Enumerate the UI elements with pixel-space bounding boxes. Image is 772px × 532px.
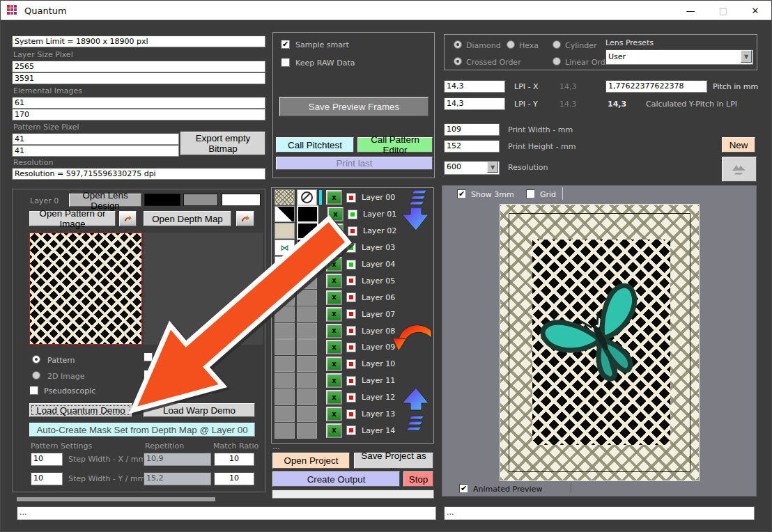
layer-x-button[interactable]: x [326,390,342,405]
hidden-option2-checkbox[interactable] [144,370,153,379]
layer-mask-thumbnail[interactable] [297,339,317,355]
grid-checkbox[interactable] [526,189,535,198]
move-layer-up-icon[interactable] [399,386,433,435]
load-quantum-demo-button[interactable]: Load Quantum Demo [29,403,132,417]
layer-thumbnail[interactable] [275,323,295,339]
layer-mask-thumbnail[interactable] [297,273,317,289]
2d-image-radio[interactable] [32,371,40,380]
layer-state-checkbox[interactable] [346,326,356,336]
status-field-left[interactable]: ... [17,506,436,520]
pattern-preview[interactable] [29,233,142,345]
color-swatch-gray[interactable] [183,194,218,206]
step-width-x-field[interactable]: 10 [31,453,63,466]
pseudoscopic-checkbox[interactable] [29,386,38,395]
animated-preview-checkbox[interactable] [459,484,468,493]
new-button[interactable]: New [722,137,755,152]
layer-x-button[interactable]: x [327,224,343,238]
lens-preset-dropdown[interactable]: User [605,49,753,65]
layer-state-checkbox[interactable] [346,243,356,253]
pattern-height-field[interactable]: 41 [12,145,179,157]
stop-button[interactable]: Stop [403,471,433,487]
maximize-button[interactable]: □ [713,3,734,18]
layer-x-button[interactable]: x [326,357,342,371]
layer-thumbnail[interactable] [275,273,295,289]
layer-mask-thumbnail[interactable] [297,423,317,439]
elemental-x-field[interactable]: 61 [12,97,265,109]
layer-thumbnail[interactable] [275,373,295,389]
layer-state-checkbox[interactable] [346,359,356,369]
layer-mask-thumbnail[interactable] [297,222,318,240]
match-ratio-x-field[interactable]: 10 [214,453,254,466]
layer-thumbnail[interactable] [275,256,295,272]
open-pattern-button[interactable]: Open Pattern or Image [29,211,116,226]
layer-x-button[interactable]: x [326,240,342,255]
layer-mask-thumbnail[interactable] [297,189,317,205]
layer-state-checkbox[interactable] [346,343,356,352]
layer-mask-thumbnail[interactable] [297,406,317,422]
layer-x-button[interactable]: x [326,340,342,354]
depth-hot-arrow-icon[interactable] [236,211,254,226]
pattern-radio[interactable] [32,355,40,363]
layer-x-button[interactable]: x [327,207,343,221]
layer-state-checkbox[interactable] [346,260,356,269]
auto-create-mask-button[interactable]: Auto-Create Mask Set from Depth Map @ La… [29,423,255,437]
open-lens-design-button[interactable]: Open Lens Design [69,194,141,207]
layer-state-checkbox[interactable] [346,309,356,319]
linear-order-radio[interactable] [553,57,561,65]
print-width-field[interactable]: 109 [444,123,500,136]
layer-mask-thumbnail[interactable] [297,290,317,306]
status-field-right[interactable]: ... [444,506,755,520]
layer-x-button[interactable]: x [326,324,342,338]
move-layer-down-icon[interactable] [399,189,433,233]
match-ratio-y-field[interactable]: 10 [214,472,254,485]
minimize-button[interactable]: — [680,3,701,18]
dropdown-arrow-icon[interactable]: ▼ [741,50,752,63]
layer-x-button[interactable]: x [326,257,342,272]
layer-thumbnail[interactable] [275,423,295,439]
layer-x-button[interactable]: x [326,190,342,205]
layer-mask-thumbnail[interactable] [297,389,317,405]
layer-state-checkbox[interactable] [346,193,356,203]
layer-thumbnail[interactable] [275,356,295,372]
elemental-y-field[interactable]: 170 [12,109,265,120]
open-project-button[interactable]: Open Project [272,453,350,469]
hexa-radio[interactable] [507,40,515,49]
layer-height-field[interactable]: 3591 [12,72,265,84]
export-image-button[interactable] [722,157,757,182]
diamond-radio[interactable] [454,40,462,49]
layer-thumbnail[interactable] [275,223,295,239]
layer-state-checkbox[interactable] [346,376,356,386]
export-empty-bitmap-button[interactable]: Export empty Bitmap [180,132,265,155]
lpi-y-field[interactable]: 14,3 [444,97,505,110]
layer-width-field[interactable]: 2565 [12,61,265,72]
print-last-button[interactable]: Print last [276,157,433,170]
close-button[interactable]: ✕ [745,3,766,18]
layer-mask-thumbnail[interactable] [297,240,317,256]
flip-layer-icon[interactable] [391,313,434,352]
crossed-order-radio[interactable] [454,57,462,65]
layer-x-button[interactable]: x [326,274,342,288]
sample-smart-checkbox[interactable] [281,40,290,49]
output-preview-image[interactable] [500,204,700,481]
layer-state-checkbox[interactable] [348,210,357,219]
hidden-option-checkbox[interactable] [144,352,153,361]
keep-raw-checkbox[interactable] [281,58,290,67]
layer-mask-thumbnail[interactable] [297,373,317,389]
layer-mask-thumbnail[interactable] [297,306,317,322]
depth-map-preview[interactable] [144,233,263,345]
layer-thumbnail[interactable] [275,389,295,405]
layer-state-checkbox[interactable] [346,409,356,419]
layer-x-button[interactable]: x [326,307,342,322]
dropdown-arrow-icon[interactable]: ▼ [487,162,498,173]
layer-x-button[interactable]: x [326,423,342,438]
layer-state-checkbox[interactable] [346,292,356,302]
pattern-hot-arrow-icon[interactable] [119,211,137,226]
layer-state-checkbox[interactable] [348,226,357,236]
layer-mask-thumbnail[interactable] [297,256,317,272]
call-pattern-editor-button[interactable]: Call Pattern Editor [357,137,433,152]
layer-x-button[interactable]: x [326,373,342,388]
layer-thumbnail[interactable] [275,189,295,205]
resolution-value-field[interactable]: Resolution = 597,715596330275 dpi [12,168,265,180]
layer-state-checkbox[interactable] [346,425,356,435]
layer-state-checkbox[interactable] [346,393,356,402]
